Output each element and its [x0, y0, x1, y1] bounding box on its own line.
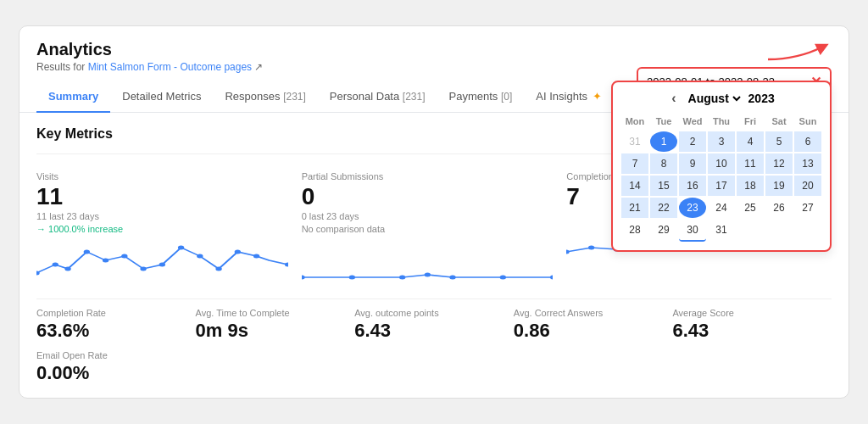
- bottom-metrics-grid: Completion Rate 63.6% Avg. Time to Compl…: [36, 298, 832, 342]
- tab-personal-data[interactable]: Personal Data [231]: [318, 81, 437, 113]
- visits-sparkline: [36, 239, 288, 282]
- cal-header-mon: Mon: [621, 113, 648, 130]
- cal-day-22[interactable]: 22: [650, 198, 677, 218]
- visits-sub1: 11 last 23 days: [36, 210, 288, 223]
- cal-day-30[interactable]: 30: [679, 220, 706, 242]
- cal-header-fri: Fri: [737, 113, 764, 130]
- avg-correct-value: 0.86: [514, 320, 673, 342]
- cal-day-16[interactable]: 16: [679, 176, 706, 196]
- cal-day-13[interactable]: 13: [794, 153, 821, 174]
- tab-detailed-metrics[interactable]: Detailed Metrics: [110, 81, 213, 113]
- svg-point-18: [424, 273, 430, 277]
- cal-day-10[interactable]: 10: [708, 153, 735, 174]
- partial-subs-sub2: No comparison data: [302, 223, 554, 236]
- partial-subs-sub1: 0 last 23 days: [302, 210, 554, 223]
- cal-day-23[interactable]: 23: [679, 198, 706, 218]
- email-rate-label: Email Open Rate: [36, 350, 832, 360]
- external-link-icon: ↗: [254, 61, 263, 73]
- main-container: Analytics Results for Mint Salmon Form -…: [19, 25, 849, 399]
- cal-day-26[interactable]: 26: [765, 198, 793, 218]
- completion-rate-metric: Completion Rate 63.6%: [36, 308, 196, 342]
- svg-point-22: [566, 249, 570, 254]
- svg-point-4: [84, 250, 90, 254]
- visits-label: Visits: [36, 171, 288, 181]
- avg-outcome-metric: Avg. outcome points 6.43: [354, 308, 514, 342]
- cal-day-1[interactable]: 1: [650, 131, 677, 152]
- cal-day-29[interactable]: 29: [650, 220, 677, 242]
- visits-value: 11: [36, 183, 288, 210]
- red-arrow-icon: [764, 38, 832, 64]
- avg-score-label: Average Score: [672, 308, 832, 318]
- svg-point-19: [449, 276, 455, 280]
- ai-star-icon: ✦: [593, 90, 602, 103]
- visits-metric: Visits 11 11 last 23 days → 1000.0% incr…: [36, 163, 302, 286]
- avg-time-value: 0m 9s: [196, 320, 355, 342]
- subtitle: Results for Mint Salmon Form - Outcome p…: [36, 61, 263, 73]
- cal-day-20[interactable]: 20: [794, 176, 821, 196]
- avg-correct-label: Avg. Correct Answers: [514, 308, 673, 318]
- cal-header-wed: Wed: [679, 113, 706, 130]
- cal-header-tue: Tue: [650, 113, 677, 130]
- calendar-header: ‹ August 2023: [621, 91, 821, 106]
- avg-score-value: 6.43: [672, 320, 832, 342]
- cal-day-12[interactable]: 12: [765, 153, 793, 174]
- tab-ai-insights[interactable]: AI Insights ✦: [524, 81, 613, 113]
- visits-sub2: → 1000.0% increase: [36, 223, 288, 236]
- svg-point-11: [215, 267, 221, 271]
- cal-day-19[interactable]: 19: [765, 176, 793, 196]
- svg-point-14: [285, 263, 288, 267]
- svg-point-23: [588, 245, 594, 249]
- tab-summary[interactable]: Summary: [36, 81, 110, 113]
- cal-day-28[interactable]: 28: [621, 220, 648, 242]
- cal-day-31[interactable]: 31: [708, 220, 735, 242]
- calendar-grid: Mon Tue Wed Thu Fri Sat Sun 31 1 2 3 4 5…: [621, 113, 821, 242]
- visits-sub: 11 last 23 days → 1000.0% increase: [36, 210, 288, 237]
- cal-day-31-prev[interactable]: 31: [621, 131, 648, 152]
- arrow-container: [764, 38, 832, 64]
- calendar-dropdown: ‹ August 2023 Mon Tue Wed Thu Fri Sat Su…: [611, 81, 832, 252]
- tab-responses[interactable]: Responses [231]: [213, 81, 317, 113]
- cal-day-21[interactable]: 21: [621, 198, 648, 218]
- subtitle-link[interactable]: Mint Salmon Form - Outcome pages: [88, 61, 252, 73]
- avg-score-metric: Average Score 6.43: [672, 308, 832, 342]
- cal-day-4[interactable]: 4: [737, 131, 764, 152]
- cal-day-18[interactable]: 18: [737, 176, 764, 196]
- cal-header-sun: Sun: [794, 113, 821, 130]
- avg-time-metric: Avg. Time to Complete 0m 9s: [196, 308, 355, 342]
- completion-rate-value: 63.6%: [36, 320, 196, 342]
- svg-point-7: [140, 267, 146, 271]
- email-rate-value: 0.00%: [36, 362, 832, 384]
- cal-day-3[interactable]: 3: [708, 131, 735, 152]
- cal-day-17[interactable]: 17: [708, 176, 735, 196]
- tab-payments[interactable]: Payments [0]: [437, 81, 525, 113]
- avg-correct-metric: Avg. Correct Answers 0.86: [514, 308, 673, 342]
- cal-day-27[interactable]: 27: [794, 198, 821, 218]
- cal-day-15[interactable]: 15: [650, 176, 677, 196]
- calendar-prev-button[interactable]: ‹: [668, 91, 679, 106]
- cal-day-8[interactable]: 8: [650, 153, 677, 174]
- cal-day-empty-2: [765, 220, 793, 242]
- cal-day-24[interactable]: 24: [708, 198, 735, 218]
- cal-day-6[interactable]: 6: [794, 131, 821, 152]
- cal-day-7[interactable]: 7: [621, 153, 648, 174]
- svg-point-13: [253, 254, 259, 259]
- svg-point-2: [53, 263, 58, 267]
- cal-day-9[interactable]: 9: [679, 153, 706, 174]
- svg-point-20: [499, 276, 505, 280]
- svg-point-9: [178, 246, 184, 250]
- svg-point-5: [103, 259, 108, 263]
- cal-day-5[interactable]: 5: [765, 131, 793, 152]
- partial-subs-sub: 0 last 23 days No comparison data: [302, 210, 554, 237]
- cal-day-empty-3: [794, 220, 821, 242]
- partial-submissions-metric: Partial Submissions 0 0 last 23 days No …: [302, 163, 567, 286]
- svg-point-21: [550, 276, 554, 280]
- partial-subs-sparkline: [302, 239, 554, 282]
- completion-rate-label: Completion Rate: [36, 308, 196, 318]
- cal-day-14[interactable]: 14: [621, 176, 648, 196]
- cal-day-25[interactable]: 25: [737, 198, 764, 218]
- partial-subs-label: Partial Submissions: [302, 171, 554, 181]
- cal-day-2[interactable]: 2: [679, 131, 706, 152]
- app-title: Analytics: [36, 40, 263, 59]
- calendar-month-select[interactable]: August: [685, 91, 743, 106]
- cal-day-11[interactable]: 11: [737, 153, 764, 174]
